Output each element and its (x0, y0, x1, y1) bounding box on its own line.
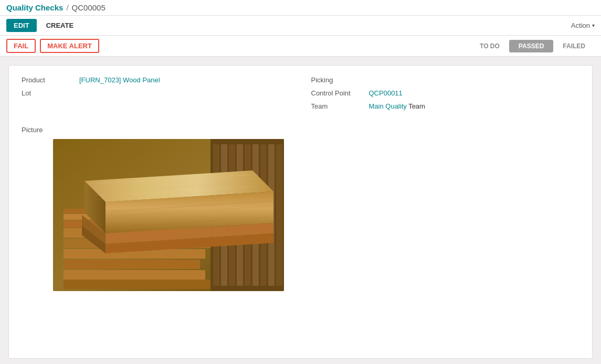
team-value: Main Quality Team (369, 102, 425, 110)
main-toolbar: EDIT CREATE Action ▾ (0, 16, 601, 36)
lot-row: Lot (22, 89, 290, 97)
tab-passed[interactable]: PASSED (509, 40, 553, 52)
team-static-part: Team (408, 102, 425, 110)
fail-button[interactable]: FAIL (6, 39, 36, 53)
picture-container (22, 139, 579, 291)
tab-failed[interactable]: FAILED (553, 40, 595, 52)
breadcrumb-separator: / (66, 3, 68, 12)
action-menu-button[interactable]: Action ▾ (571, 22, 595, 29)
svg-rect-40 (53, 139, 284, 291)
breadcrumb: Quality Checks / QC00005 (6, 3, 106, 12)
left-column: Product [FURN_7023] Wood Panel Lot (22, 76, 290, 115)
wood-panel-picture (53, 139, 284, 291)
lot-label: Lot (22, 89, 79, 97)
make-alert-button[interactable]: MAKE ALERT (40, 39, 99, 53)
team-link-part[interactable]: Main Quality (369, 102, 407, 110)
tab-todo[interactable]: TO DO (470, 40, 509, 52)
form-card: Product [FURN_7023] Wood Panel Lot Picki… (8, 65, 593, 359)
create-button[interactable]: CREATE (41, 19, 79, 32)
team-row: Team Main Quality Team (311, 102, 580, 110)
form-fields: Product [FURN_7023] Wood Panel Lot Picki… (22, 76, 579, 115)
product-row: Product [FURN_7023] Wood Panel (22, 76, 290, 84)
right-column: Picking Control Point QCP00011 Team Main… (311, 76, 580, 115)
control-point-value[interactable]: QCP00011 (369, 89, 403, 97)
status-tabs: TO DO PASSED FAILED (470, 40, 595, 52)
wood-image-svg (53, 139, 284, 291)
secondary-toolbar: FAIL MAKE ALERT TO DO PASSED FAILED (0, 36, 601, 57)
picking-label: Picking (311, 76, 369, 84)
product-label: Product (22, 76, 79, 84)
breadcrumb-bar: Quality Checks / QC00005 (0, 0, 601, 16)
product-value[interactable]: [FURN_7023] Wood Panel (79, 76, 160, 84)
control-point-row: Control Point QCP00011 (311, 89, 580, 97)
team-label: Team (311, 102, 369, 110)
picture-label: Picture (22, 126, 579, 134)
breadcrumb-parent[interactable]: Quality Checks (6, 3, 63, 12)
control-point-label: Control Point (311, 89, 369, 97)
action-label: Action (571, 22, 590, 29)
picking-row: Picking (311, 76, 580, 84)
edit-button[interactable]: EDIT (6, 19, 37, 32)
action-chevron-icon: ▾ (592, 23, 595, 28)
breadcrumb-current: QC00005 (72, 3, 106, 12)
picture-section: Picture (22, 126, 579, 291)
content-area: Product [FURN_7023] Wood Panel Lot Picki… (0, 57, 601, 364)
